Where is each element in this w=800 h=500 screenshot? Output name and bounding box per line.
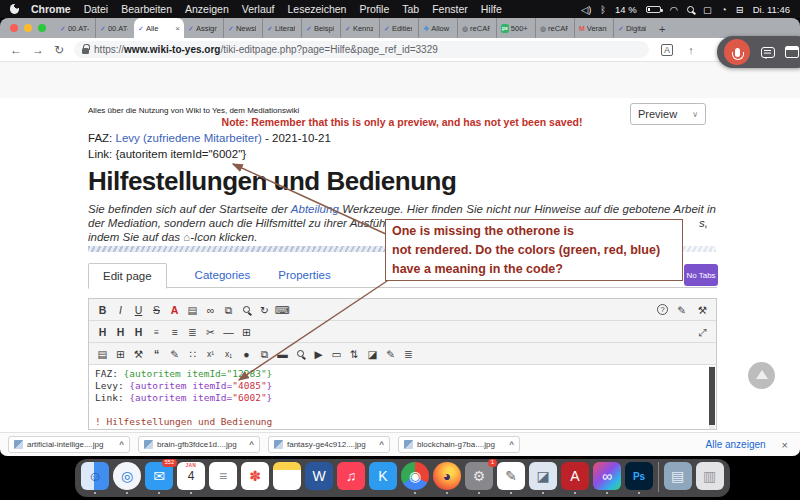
menu-datei[interactable]: Datei — [84, 3, 109, 15]
subscript-icon[interactable]: x₁ — [221, 344, 236, 364]
heading3-icon[interactable]: H — [131, 322, 146, 342]
apple-logo[interactable] — [10, 4, 19, 14]
dock-firefox[interactable]: ◕ — [433, 462, 461, 494]
capture-icon[interactable]: ⊟ — [736, 4, 744, 15]
underline-icon[interactable]: U — [131, 300, 146, 320]
battery-icon[interactable] — [646, 6, 661, 13]
download-chip[interactable]: blockchain-g7ba....jpg ^ — [398, 436, 520, 453]
dock-app-icon[interactable]: ▤ — [664, 462, 692, 490]
dock-finder[interactable]: ☺ — [81, 462, 109, 494]
heading2-icon[interactable]: H — [113, 322, 128, 342]
dock-chrome[interactable]: ◉ — [401, 462, 429, 494]
tab-newsle[interactable]: ✓ Newsle — [223, 18, 262, 38]
italic-icon[interactable]: I — [113, 300, 128, 320]
table-icon[interactable]: ⊞ — [239, 322, 254, 342]
dock-downloads[interactable]: ▤ — [664, 462, 692, 494]
tab-kennza[interactable]: ✓ Kennza — [340, 18, 379, 38]
pencil-icon[interactable]: ✎ — [167, 344, 182, 364]
new-tab-button[interactable]: + — [652, 23, 672, 38]
chevron-up-icon[interactable]: ^ — [249, 440, 254, 449]
menu-fenster[interactable]: Fenster — [432, 3, 468, 15]
link-icon[interactable]: ∞ — [203, 300, 218, 320]
display-icon[interactable]: ▢ — [703, 4, 712, 15]
toc-icon[interactable]: ▤ — [95, 344, 110, 364]
tab-alle[interactable]: ✓ Alle × — [134, 18, 184, 38]
dock-trash[interactable]: ▥ — [696, 462, 724, 494]
dock-settings[interactable]: ⚙ 1 — [465, 462, 493, 494]
dock-app-icon[interactable]: ▥ — [696, 462, 724, 490]
dock-app-icon[interactable] — [658, 462, 659, 492]
dock-app-icon[interactable]: ⚙ 1 — [465, 462, 493, 490]
plugins-icon[interactable]: ∷ — [185, 344, 200, 364]
tab-digitali[interactable]: ✓ Digitali — [613, 18, 652, 38]
download-chip[interactable]: artificial-intellige....jpg ^ — [8, 436, 130, 453]
image-icon[interactable]: ◪ — [365, 344, 380, 364]
dock-photos[interactable]: ✽ — [241, 462, 269, 494]
dock-app-icon[interactable]: ✉ 552 — [145, 462, 173, 490]
superscript-icon[interactable]: x¹ — [203, 344, 218, 364]
dock-app-icon[interactable]: JAN 4 — [177, 462, 205, 490]
media-icon[interactable]: ▬ — [275, 344, 290, 364]
align-middle-icon[interactable]: ⇅ — [347, 344, 362, 364]
dock-notes[interactable] — [273, 462, 301, 494]
tab-assign[interactable]: ✓ Assign — [184, 18, 223, 38]
dock-acrobat[interactable]: A — [561, 462, 589, 494]
external-link-icon[interactable]: ⧉ — [221, 300, 236, 320]
forward-button[interactable]: → — [32, 43, 44, 57]
tab-verans[interactable]: M Verans — [574, 18, 613, 38]
bluetooth-icon[interactable]: ᛒ — [600, 4, 606, 15]
dock-app-icon[interactable]: W — [305, 462, 333, 490]
special-char-icon[interactable]: ✂ — [203, 322, 218, 342]
database-icon[interactable]: ≣ — [401, 344, 416, 364]
bullet-list-icon[interactable]: ≡ — [167, 322, 182, 342]
abteilung-link[interactable]: Abteilung — [291, 203, 339, 215]
dock-word[interactable]: W — [305, 462, 333, 494]
dock-keynote[interactable]: K — [369, 462, 397, 494]
dock-photoshop[interactable]: Ps — [625, 462, 653, 494]
chevron-up-icon[interactable]: ^ — [119, 440, 124, 449]
draw-icon[interactable]: ✎ — [383, 344, 398, 364]
wizard-icon[interactable]: ⚒ — [131, 344, 146, 364]
menu-profile[interactable]: Profile — [359, 3, 389, 15]
search-icon[interactable] — [243, 306, 250, 313]
tab-categories[interactable]: Categories — [195, 269, 251, 281]
copy-icon[interactable]: ⧉ — [257, 344, 272, 364]
scroll-to-top-button[interactable] — [748, 362, 775, 389]
menu-verlauf[interactable]: Verlauf — [242, 3, 275, 15]
align-icon[interactable]: ≡ — [149, 322, 164, 342]
dock-app-icon[interactable]: A — [561, 462, 589, 490]
dock-app-icon[interactable]: ◪ — [529, 462, 557, 490]
spotlight-icon[interactable] — [687, 6, 694, 13]
horizontal-rule-icon[interactable]: — — [221, 322, 236, 342]
address-bar[interactable]: https://www.wiki-to-yes.org/tiki-editpag… — [74, 41, 649, 58]
timer-icon[interactable]: ◔ — [721, 4, 727, 15]
fullscreen-icon[interactable]: ⤢ — [695, 322, 710, 342]
dock-textedit[interactable]: ✎ — [497, 462, 525, 494]
keyboard-icon[interactable]: ⌨ — [275, 300, 290, 320]
heading1-icon[interactable]: H — [95, 322, 110, 342]
admin-wrench-icon[interactable]: ⚒ — [695, 300, 710, 320]
show-all-downloads-button[interactable]: Alle anzeigen — [706, 439, 766, 450]
download-chip[interactable]: fantasy-ge4c912....jpg ^ — [268, 436, 390, 453]
dock-reminders[interactable]: ≡ — [209, 462, 237, 494]
minimize-window-button[interactable] — [24, 24, 32, 32]
dock-divider[interactable] — [657, 462, 660, 496]
dock-app-icon[interactable]: ☺ — [81, 462, 109, 490]
volume-icon[interactable]: ◁) — [581, 4, 591, 15]
share-icon[interactable]: ↑ — [685, 44, 697, 56]
translate-icon[interactable]: A — [661, 44, 673, 56]
numbered-list-icon[interactable]: ≣ — [185, 322, 200, 342]
dock-music[interactable]: ♫ — [337, 462, 365, 494]
tab-500px[interactable]: px 500+ F — [496, 18, 535, 38]
dock-safari[interactable]: ◎ — [113, 462, 141, 494]
scrollbar-thumb[interactable] — [709, 367, 715, 425]
tab-00at-2[interactable]: ✓ 00.AT- — [95, 18, 134, 38]
tab-recapt-2[interactable]: ◍ reCAPT — [535, 18, 574, 38]
strikethrough-icon[interactable]: S — [149, 300, 164, 320]
menu-bearbeiten[interactable]: Bearbeiten — [121, 3, 172, 15]
back-button[interactable]: ← — [10, 43, 22, 57]
dock-app-icon[interactable]: ✽ — [241, 462, 269, 490]
dock-preview[interactable]: ◪ — [529, 462, 557, 494]
wifi-icon[interactable]: ◠ — [670, 4, 678, 15]
reload-button[interactable]: ↻ — [54, 43, 64, 57]
